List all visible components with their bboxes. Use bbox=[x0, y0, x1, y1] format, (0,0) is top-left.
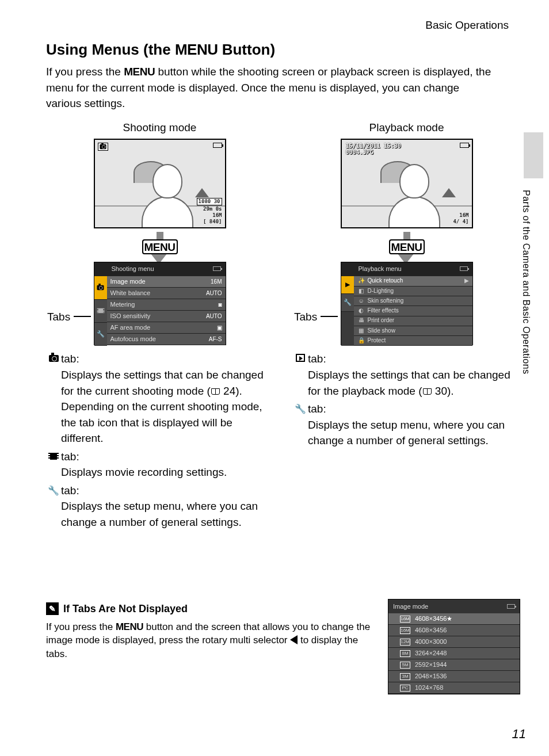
person-illustration bbox=[136, 164, 199, 228]
page-edge-tab bbox=[524, 132, 543, 178]
playback-mode-title: Playback mode bbox=[293, 120, 520, 136]
playback-mode-column: Playback mode 15/11/2011 15:300004.JPG 1… bbox=[293, 120, 520, 533]
intro-paragraph: If you press the MENU button while the s… bbox=[46, 64, 520, 112]
menu-button-label: MENU bbox=[142, 239, 178, 254]
shooting-menu-title: Shooting menu bbox=[112, 265, 154, 272]
menu-row: Metering◙ bbox=[107, 299, 226, 311]
shooting-tab-explanations: tab: Displays the settings that can be c… bbox=[46, 351, 273, 530]
image-mode-option: 16M4608×3456 bbox=[388, 625, 520, 636]
shooting-tab-column: 🔧 bbox=[94, 276, 107, 346]
menu-button-label: MENU bbox=[389, 239, 425, 254]
tab-playback-icon: ▶ bbox=[341, 276, 354, 294]
playback-tab-column: ▶ 🔧 bbox=[341, 276, 354, 346]
shooting-overlay: 1080 30 29m 0s 16M [ 840] bbox=[197, 198, 222, 224]
battery-icon bbox=[213, 143, 222, 148]
image-mode-option: 16M4608×3456★ bbox=[388, 613, 520, 625]
person-illustration bbox=[383, 164, 446, 228]
tab-setup-icon: 🔧 bbox=[94, 323, 107, 346]
playback-lcd-preview: 15/11/2011 15:300004.JPG 16M 4/ 4] bbox=[341, 139, 473, 228]
note-pencil-icon: ✎ bbox=[46, 602, 59, 615]
note-title: ✎ If Tabs Are Not Displayed bbox=[46, 601, 376, 616]
menu-row: ◐Filter effects bbox=[354, 306, 472, 316]
header-section: Basic Operations bbox=[46, 17, 520, 33]
menu-row: 🖶Print order bbox=[354, 316, 472, 326]
shooting-menu-items: Image mode16M White balanceAUTO Metering… bbox=[107, 276, 226, 346]
playback-overlay: 16M 4/ 4] bbox=[453, 212, 468, 225]
movie-icon bbox=[46, 450, 61, 463]
image-mode-option: 3M2048×1536 bbox=[388, 671, 520, 682]
playback-menu-items: ✨Quick retouch▶ ◧D-Lighting ☺Skin soften… bbox=[354, 276, 472, 346]
note-body: If you press the MENU button and the scr… bbox=[46, 620, 376, 661]
book-ref-icon bbox=[211, 388, 220, 395]
tab-camera-icon bbox=[94, 276, 107, 299]
title-text-c: Button) bbox=[218, 41, 275, 58]
playback-tab-explanations: tab: Displays the settings that can be c… bbox=[293, 351, 520, 448]
page-title: Using Menus (the MENU Button) bbox=[46, 39, 520, 61]
shooting-menu-block: Shooting menu 🔧 Image mode16M White bala… bbox=[94, 262, 226, 345]
menu-row: ▦Slide show bbox=[354, 326, 472, 336]
image-mode-option: 5M2592×1944 bbox=[388, 659, 520, 671]
image-mode-title: Image mode bbox=[393, 603, 428, 610]
image-mode-menu: Image mode 16M4608×3456★ 16M4608×3456 12… bbox=[388, 599, 520, 694]
book-ref-icon bbox=[423, 388, 432, 395]
wrench-icon: 🔧 bbox=[293, 402, 308, 415]
note-section: ✎ If Tabs Are Not Displayed If you press… bbox=[46, 601, 520, 694]
menu-row: ✨Quick retouch▶ bbox=[354, 276, 472, 286]
playback-menu-block: Playback menu ▶ 🔧 ✨Quick retouch▶ ◧D-Lig… bbox=[341, 262, 473, 345]
menu-row: Autofocus modeAF-S bbox=[107, 334, 226, 345]
shooting-mode-column: Shooting mode 1080 30 29m 0s 16M [ 840] … bbox=[46, 120, 273, 533]
image-mode-option: 12M4000×3000 bbox=[388, 636, 520, 648]
shooting-mode-title: Shooting mode bbox=[46, 120, 273, 136]
wrench-icon: 🔧 bbox=[46, 484, 61, 497]
image-mode-option: 8M3264×2448 bbox=[388, 648, 520, 659]
side-chapter-label: Parts of the Camera and Basic Operations bbox=[520, 190, 533, 375]
menu-row: ISO sensitivityAUTO bbox=[107, 311, 226, 322]
tabs-callout-label: Tabs bbox=[47, 309, 70, 325]
menu-row: ☺Skin softening bbox=[354, 296, 472, 306]
page-number: 11 bbox=[512, 725, 526, 743]
menu-row: ◧D-Lighting bbox=[354, 287, 472, 296]
tab-movie-icon bbox=[94, 300, 107, 323]
shooting-lcd-preview: 1080 30 29m 0s 16M [ 840] bbox=[94, 139, 226, 228]
menu-row: White balanceAUTO bbox=[107, 288, 226, 299]
tabs-callout-label: Tabs bbox=[294, 309, 317, 325]
camera-mode-icon bbox=[98, 143, 108, 151]
menu-row: AF area mode▣ bbox=[107, 322, 226, 334]
title-text-a: Using Menus (the bbox=[46, 41, 175, 58]
camera-icon bbox=[46, 352, 61, 365]
battery-icon bbox=[460, 143, 469, 148]
left-triangle-icon bbox=[290, 635, 298, 644]
menu-row: Image mode16M bbox=[107, 276, 226, 288]
tab-setup-icon: 🔧 bbox=[341, 294, 354, 312]
menu-word: MENU bbox=[175, 41, 218, 58]
playback-menu-title: Playback menu bbox=[359, 265, 402, 272]
menu-row: 🔒Protect bbox=[354, 336, 472, 346]
image-mode-option: PC1024×768 bbox=[388, 682, 520, 694]
playback-icon bbox=[293, 352, 308, 365]
